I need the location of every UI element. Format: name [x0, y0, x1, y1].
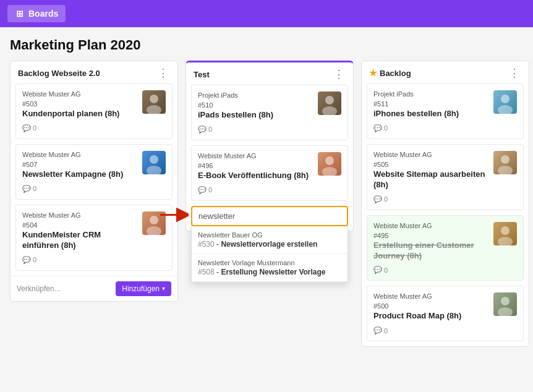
boards-icon: ⊞: [15, 9, 25, 19]
card-507[interactable]: Webiste Muster AG #507 Newsletter Kampag…: [15, 144, 173, 200]
comment-icon: 💬: [373, 326, 382, 334]
link-button-backlog-webseite[interactable]: Verknüpfen...: [17, 284, 61, 293]
card-500-id: #500: [373, 302, 488, 310]
card-505-avatar: [493, 151, 517, 174]
svg-point-1: [147, 105, 161, 114]
card-495-comment-count: 0: [384, 266, 388, 274]
card-507-company: Webiste Muster AG: [22, 151, 137, 158]
card-504[interactable]: Webiste Muster AG #504 KundenMeister CRM…: [15, 205, 173, 271]
dropdown-task-508: #508 - Erstellung Newsletter Vorlage: [198, 268, 341, 276]
card-510-avatar: [318, 92, 341, 115]
svg-point-8: [325, 156, 334, 165]
card-507-title: Newsletter Kampagne (8h): [22, 169, 137, 180]
card-511-company: Projekt iPads: [373, 90, 488, 98]
card-503-title: Kundenportal planen (8h): [22, 109, 137, 119]
card-505[interactable]: Webiste Muster AG #505 Website Sitemap a…: [367, 144, 524, 210]
card-507-comments: 💬 0: [22, 185, 137, 193]
board-container: Backlog Webseite 2.0 ⋮ Webiste Muster AG…: [0, 61, 533, 357]
card-503-comment-count: 0: [33, 124, 36, 132]
dropdown-id-530: #530: [198, 240, 215, 249]
boards-button[interactable]: ⊞ Boards: [7, 5, 66, 22]
page-title: Marketing Plan 2020: [0, 27, 533, 61]
dropdown-id-508: #508: [198, 268, 215, 276]
card-511[interactable]: Projekt iPads #511 iPhones bestellen (8h…: [367, 83, 524, 139]
svg-point-19: [498, 307, 513, 316]
card-505-id: #505: [373, 161, 488, 168]
column-menu-button-backlog[interactable]: ⋮: [508, 67, 521, 79]
card-495-company: Webiste Muster AG: [373, 222, 488, 229]
svg-point-9: [322, 167, 337, 176]
search-input[interactable]: [191, 206, 348, 226]
dropdown-item-530[interactable]: Newsletter Bauer OG #530 - Newslettervor…: [192, 226, 348, 254]
card-503-id: #503: [22, 100, 137, 108]
add-label-backlog-webseite: Hinzufügen: [122, 284, 160, 293]
comment-icon: 💬: [22, 185, 31, 193]
search-dropdown: Newsletter Bauer OG #530 - Newslettervor…: [191, 226, 348, 283]
dropdown-title-530: Newslettervorlage erstellen: [221, 240, 317, 249]
card-500-title: Product Road Map (8h): [373, 311, 488, 322]
card-500-company: Webiste Muster AG: [373, 292, 488, 300]
card-511-comments: 💬 0: [373, 124, 488, 132]
boards-label: Boards: [28, 9, 58, 19]
star-icon: ★: [369, 68, 377, 78]
card-496-title: E-Book Veröffentlichung (8h): [198, 171, 313, 181]
card-505-comment-count: 0: [384, 195, 388, 203]
card-495-avatar: [493, 222, 517, 245]
card-500[interactable]: Webiste Muster AG #500 Product Road Map …: [367, 286, 524, 341]
card-510-id: #510: [198, 101, 313, 109]
card-510-company: Projekt iPads: [198, 92, 313, 99]
svg-point-15: [498, 166, 513, 174]
svg-point-13: [498, 105, 513, 114]
card-507-id: #507: [22, 161, 137, 168]
svg-point-6: [325, 96, 334, 104]
dropdown-company-508: Newsletter Vorlage Mustermann: [198, 259, 341, 266]
comment-icon: 💬: [373, 195, 382, 203]
card-500-comment-count: 0: [384, 327, 388, 334]
card-500-comments: 💬 0: [373, 326, 488, 334]
column-title-test: Test: [194, 70, 210, 79]
card-504-avatar: [142, 211, 166, 235]
top-bar: ⊞ Boards: [0, 0, 533, 27]
svg-point-12: [501, 95, 510, 103]
dropdown-task-530: #530 - Newslettervorlage erstellen: [198, 240, 341, 249]
svg-point-16: [501, 226, 510, 235]
column-title-backlog-webseite: Backlog Webseite 2.0: [18, 69, 100, 78]
card-511-id: #511: [373, 100, 488, 108]
svg-point-5: [147, 226, 161, 235]
svg-point-7: [322, 106, 337, 115]
column-header-backlog-webseite: Backlog Webseite 2.0 ⋮: [11, 61, 177, 83]
column-menu-button-test[interactable]: ⋮: [332, 69, 346, 80]
svg-point-2: [150, 155, 158, 164]
card-510-comment-count: 0: [208, 126, 212, 133]
card-496-company: Webiste Muster AG: [198, 152, 313, 160]
card-504-title: KundenMeister CRM einführen (8h): [22, 230, 137, 251]
card-511-title: iPhones bestellen (8h): [373, 109, 488, 119]
card-503[interactable]: Webiste Muster AG #503 Kundenportal plan…: [15, 83, 173, 139]
column-backlog-webseite: Backlog Webseite 2.0 ⋮ Webiste Muster AG…: [10, 61, 178, 302]
comment-icon: 💬: [373, 124, 382, 132]
dropdown-company-530: Newsletter Bauer OG: [198, 231, 341, 239]
add-button-backlog-webseite[interactable]: Hinzufügen ▾: [116, 281, 171, 296]
card-496-comments: 💬 0: [198, 186, 313, 194]
column-test: Test ⋮ Projekt iPads #510 iPads bestelle…: [185, 61, 354, 232]
card-511-avatar: [493, 90, 517, 114]
column-footer-backlog-webseite: Verknüpfen... Hinzufügen ▾: [11, 276, 177, 301]
card-511-comment-count: 0: [384, 124, 388, 132]
card-505-company: Webiste Muster AG: [373, 151, 488, 158]
svg-point-18: [501, 297, 510, 305]
card-495[interactable]: Webiste Muster AG #495 Erstellung einer …: [367, 215, 524, 281]
svg-point-4: [150, 216, 158, 224]
card-507-avatar: [142, 151, 166, 174]
card-510[interactable]: Projekt iPads #510 iPads bestellen (8h) …: [191, 85, 348, 140]
svg-point-17: [498, 237, 513, 245]
comment-icon: 💬: [22, 256, 31, 264]
svg-point-14: [501, 155, 510, 164]
card-503-comments: 💬 0: [22, 124, 137, 132]
card-504-id: #504: [22, 221, 137, 229]
column-header-test: Test ⋮: [186, 62, 353, 85]
card-504-company: Webiste Muster AG: [22, 211, 137, 219]
dropdown-item-508[interactable]: Newsletter Vorlage Mustermann #508 - Ers…: [192, 254, 348, 282]
column-menu-button-backlog-webseite[interactable]: ⋮: [156, 67, 170, 79]
card-496[interactable]: Webiste Muster AG #496 E-Book Veröffentl…: [191, 145, 348, 201]
card-505-title: Website Sitemap ausarbeiten (8h): [373, 169, 488, 190]
